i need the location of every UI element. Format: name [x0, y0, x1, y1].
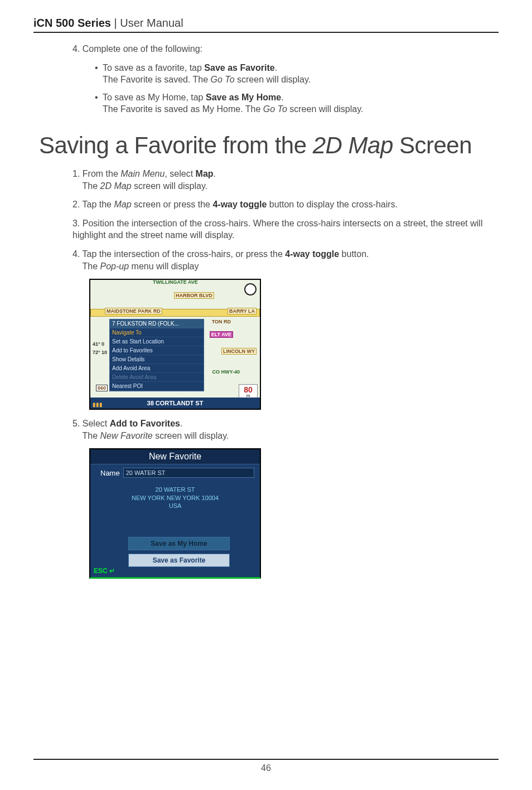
step-text: . [180, 419, 182, 428]
street-label-elt: ELT AVE [210, 331, 233, 338]
button-label: Save as My Home [151, 540, 207, 547]
popup-item-navigate-to[interactable]: Navigate To [110, 328, 204, 337]
bullet-text: The Favorite is saved as My Home. The [103, 104, 263, 114]
step-4-intro: 4. Complete one of the following: [72, 43, 493, 55]
step-5: 5. Select Add to Favorites. The New Favo… [72, 418, 493, 442]
page-number: 46 [261, 763, 271, 773]
step-2: 2. Tap the Map screen or press the 4-way… [72, 198, 493, 211]
step-text: Position the intersection of the cross-h… [72, 219, 482, 240]
step-text: The [83, 181, 100, 191]
step-text: , select [165, 169, 195, 178]
bullet-text: To save as My Home, tap [103, 93, 206, 102]
map-label: Map [114, 200, 131, 209]
bullet-text: To save as a favorite, tap [103, 63, 204, 72]
page-footer: 46 [33, 759, 499, 773]
step-text: menu will display [129, 261, 199, 271]
save-as-favorite-label: Save as Favorite [204, 63, 274, 72]
page-header: iCN 500 Series | User Manual [33, 17, 499, 33]
save-as-my-home-button[interactable]: Save as My Home [128, 537, 230, 550]
street-label-barry: BARRY LA [228, 308, 257, 314]
longitude-label: 72° 10 [93, 350, 107, 355]
popup-label: Pop-up [100, 261, 129, 271]
map-popup-menu: 7 FOLKSTON RD (FOLK... Navigate To Set a… [109, 319, 204, 391]
step-text: The [83, 431, 100, 440]
esc-button[interactable]: ESC ↵ [94, 567, 115, 575]
popup-item-nearest-poi[interactable]: Nearest POI [110, 382, 204, 391]
bullet-text: screen will display. [235, 75, 311, 84]
2d-map-label: 2D Map [100, 181, 132, 191]
save-as-my-home-label: Save as My Home [206, 93, 281, 102]
step-text: Select [83, 419, 110, 428]
step-text: Tap the intersection of the cross-hairs,… [83, 249, 286, 259]
map-option-label: Map [196, 169, 214, 178]
new-favorite-screenshot: New Favorite Name 20 WATER ST 20 WATER S… [89, 448, 499, 579]
step-text: screen or press the [132, 200, 213, 209]
step-text: button to display the cross-hairs. [267, 200, 398, 209]
step-text: screen will display. [132, 181, 208, 191]
street-label-lincoln: LINCOLN WY [221, 348, 257, 355]
new-favorite-title: New Favorite [90, 449, 260, 464]
step-4-bullet-1: To save as a favorite, tap Save as Favor… [95, 62, 493, 86]
name-input[interactable]: 20 WATER ST [123, 468, 254, 478]
heading-text: Saving a Favorite from the [39, 132, 313, 158]
distance-badge: 80 m [239, 384, 258, 399]
latitude-label: 41° 0 [93, 341, 104, 347]
step-number: 2. [72, 200, 83, 209]
street-label-maidstone: MAIDSTONE PARK RD [105, 308, 162, 314]
main-menu-label: Main Menu [120, 169, 165, 178]
product-name: iCN 500 Series [33, 17, 111, 29]
bullet-text: screen will display. [287, 104, 364, 114]
street-label-660: 660 [96, 385, 108, 391]
header-separator: | [111, 17, 120, 29]
street-label-hwy: CO HWY-40 [211, 369, 241, 375]
step-text: The [83, 261, 100, 271]
save-as-favorite-button[interactable]: Save as Favorite [128, 554, 230, 567]
bullet-text: . [281, 93, 283, 102]
popup-title: 7 FOLKSTON RD (FOLK... [110, 319, 204, 328]
step-number: 1. [72, 169, 83, 178]
toggle-button-label: 4-way toggle [212, 200, 267, 209]
section-heading: Saving a Favorite from the 2D Map Screen [39, 132, 499, 159]
bullet-text: . [275, 63, 277, 72]
street-label-harbor: HARBOR BLVD [174, 292, 214, 299]
bullet-text: The Favorite is saved. The [103, 75, 211, 84]
new-favorite-label: New Favorite [100, 431, 153, 440]
heading-text: Screen [393, 132, 472, 158]
name-field-label: Name [100, 469, 120, 477]
popup-item-delete-avoid-area: Delete Avoid Area [110, 373, 204, 382]
step-text: Tap the [83, 200, 114, 209]
goto-screen-label: Go To [263, 104, 287, 114]
step-number: 5. [72, 419, 83, 428]
popup-item-show-details[interactable]: Show Details [110, 355, 204, 364]
step-text: button. [339, 249, 369, 259]
address-line-2: NEW YORK NEW YORK 10004 [90, 494, 260, 502]
address-line-1: 20 WATER ST [90, 486, 260, 493]
street-label-ton: TON RD [211, 319, 232, 324]
popup-item-set-start-location[interactable]: Set as Start Location [110, 337, 204, 346]
popup-item-add-to-favorites[interactable]: Add to Favorites [110, 346, 204, 355]
header-subtitle: User Manual [120, 17, 183, 29]
map-screenshot: TWILLINGATE AVE HARBOR BLVD MAIDSTONE PA… [89, 279, 499, 410]
step-text: . [214, 169, 216, 178]
step-1: 1. From the Main Menu, select Map. The 2… [72, 168, 493, 192]
toggle-button-label: 4-way toggle [285, 249, 339, 259]
add-to-favorites-label: Add to Favorites [110, 419, 180, 428]
favorite-address: 20 WATER ST NEW YORK NEW YORK 10004 USA [90, 486, 260, 510]
address-line-3: USA [90, 502, 260, 510]
current-street-bar: 38 CORTLANDT ST [90, 398, 260, 409]
step-number: 4. [72, 249, 83, 259]
step-4: 4. Tap the intersection of the cross-hai… [72, 248, 493, 272]
satellite-icon: ▮▮▮ [93, 401, 103, 408]
step-4-bullet-2: To save as My Home, tap Save as My Home.… [95, 91, 493, 115]
step-text: screen will display. [153, 431, 229, 440]
popup-item-add-avoid-area[interactable]: Add Avoid Area [110, 364, 204, 373]
street-label-twillingate: TWILLINGATE AVE [152, 279, 199, 285]
heading-italic: 2D Map [313, 132, 393, 158]
compass-icon [244, 283, 257, 295]
goto-screen-label: Go To [211, 75, 235, 84]
step-3: 3. Position the intersection of the cros… [72, 217, 493, 241]
step-text: From the [83, 169, 120, 178]
step-number: 3. [72, 219, 83, 228]
